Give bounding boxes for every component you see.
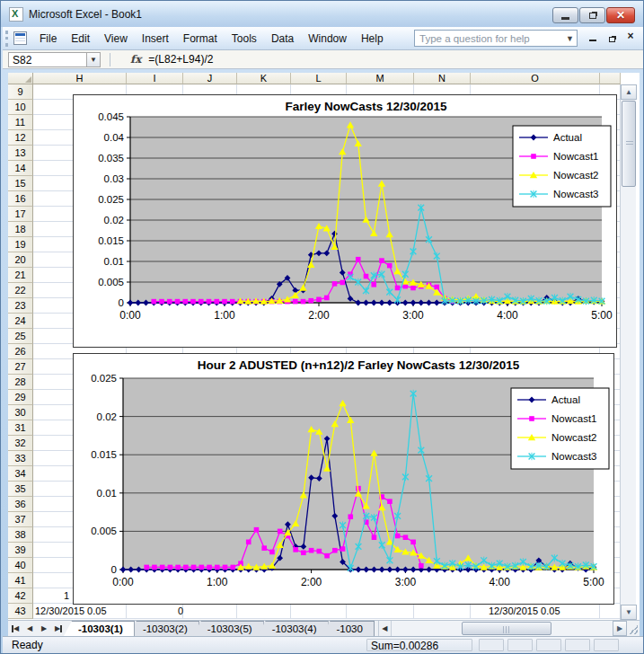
restore-button[interactable]: [579, 7, 605, 23]
workbook-minimize-button[interactable]: [587, 31, 598, 42]
column-header-K[interactable]: K: [237, 73, 291, 84]
row-header-21[interactable]: 21: [8, 268, 33, 283]
horizontal-scrollbar[interactable]: [391, 621, 613, 636]
menu-data[interactable]: Data: [264, 29, 301, 49]
tab-split-handle[interactable]: ◀: [378, 621, 391, 636]
first-sheet-button[interactable]: ◀: [8, 621, 22, 636]
next-sheet-button[interactable]: ▶: [37, 621, 51, 636]
formula-input[interactable]: =(L82+L94)/2: [148, 53, 213, 66]
row-header-32[interactable]: 32: [8, 436, 33, 451]
row-header-27[interactable]: 27: [8, 359, 33, 375]
cell-I43[interactable]: 0: [127, 604, 183, 619]
menu-window[interactable]: Window: [301, 29, 354, 49]
column-header-M[interactable]: M: [347, 73, 414, 84]
row-header-11[interactable]: 11: [8, 115, 33, 130]
svg-text:0.035: 0.035: [98, 153, 124, 164]
row-header-36[interactable]: 36: [8, 497, 33, 512]
row-header-15[interactable]: 15: [8, 176, 33, 191]
row-header-34[interactable]: 34: [8, 466, 33, 482]
menu-help[interactable]: Help: [354, 29, 391, 49]
name-box-dropdown[interactable]: ▼: [87, 52, 101, 67]
row-header-30[interactable]: 30: [8, 405, 33, 420]
row-header-22[interactable]: 22: [8, 283, 33, 298]
sheet-tab--103035[interactable]: -10303(5): [193, 621, 264, 636]
chevron-down-icon[interactable]: ▼: [563, 34, 577, 43]
row-header-18[interactable]: 18: [8, 222, 33, 237]
row-header-23[interactable]: 23: [8, 298, 33, 314]
sheet-tab--1030[interactable]: -1030: [322, 621, 375, 636]
column-header-O[interactable]: O: [471, 73, 600, 84]
sheet-tab--103034[interactable]: -10303(4): [258, 621, 329, 636]
row-header-39[interactable]: 39: [8, 543, 33, 558]
status-segment: [507, 639, 533, 651]
select-all-corner[interactable]: [8, 73, 33, 84]
last-sheet-button[interactable]: ▶: [51, 621, 66, 636]
vertical-scrollbar[interactable]: ▲ ▼: [620, 84, 636, 620]
prev-sheet-button[interactable]: ◀: [22, 621, 37, 636]
scroll-up-icon[interactable]: ▲: [621, 84, 637, 100]
menu-view[interactable]: View: [97, 29, 135, 49]
row-header-24[interactable]: 24: [8, 314, 33, 329]
row-header-31[interactable]: 31: [8, 420, 33, 436]
row-header-33[interactable]: 33: [8, 451, 33, 466]
resize-grip[interactable]: [627, 621, 640, 636]
x-tick-label: 0:00: [119, 309, 141, 322]
sheet-tab--103031[interactable]: -10303(1): [64, 621, 135, 636]
row-header-35[interactable]: 35: [8, 482, 33, 497]
row-header-40[interactable]: 40: [8, 558, 33, 573]
row-header-16[interactable]: 16: [8, 191, 33, 207]
cell-O43[interactable]: 12/30/2015 0.05: [489, 604, 618, 619]
excel-window: Microsoft Excel - Book1 ✕ FileEditViewIn…: [0, 0, 644, 654]
menu-format[interactable]: Format: [176, 29, 225, 49]
chart-hour2-adjusted[interactable]: 00.0050.010.0150.020.0250:001:002:003:00…: [73, 353, 614, 605]
row-header-43[interactable]: 43: [8, 604, 33, 619]
workbook-close-button[interactable]: ×: [625, 31, 636, 42]
minimize-button[interactable]: [552, 7, 578, 23]
chart-title: Hour 2 ADUSTED (n+n12)/2 Farley NowCasts…: [198, 358, 520, 372]
row-header-28[interactable]: 28: [8, 375, 33, 390]
menu-insert[interactable]: Insert: [135, 29, 176, 49]
vertical-scroll-thumb[interactable]: [622, 101, 636, 187]
menu-tools[interactable]: Tools: [225, 29, 264, 49]
row-header-37[interactable]: 37: [8, 512, 33, 527]
row-header-26[interactable]: 26: [8, 344, 33, 359]
menu-file[interactable]: File: [32, 29, 64, 49]
name-box[interactable]: S82: [8, 52, 87, 67]
row-header-42[interactable]: 42: [8, 588, 33, 604]
close-button[interactable]: ✕: [606, 7, 635, 23]
worksheet-menu-icon[interactable]: [13, 31, 27, 45]
column-header-J[interactable]: J: [183, 73, 237, 84]
column-header-partial[interactable]: [600, 73, 621, 84]
svg-text:0.045: 0.045: [98, 111, 124, 122]
row-header-41[interactable]: 41: [8, 573, 33, 588]
toolbar-grip[interactable]: [5, 31, 10, 47]
row-header-12[interactable]: 12: [8, 130, 33, 146]
chart-farley-nowcasts[interactable]: 00.0050.010.0150.020.0250.030.0350.040.0…: [73, 94, 617, 348]
status-sum: Sum=0.00286: [366, 639, 472, 651]
row-header-38[interactable]: 38: [8, 527, 33, 543]
column-header-L[interactable]: L: [291, 73, 347, 84]
row-header-14[interactable]: 14: [8, 161, 33, 176]
scroll-down-icon[interactable]: ▼: [621, 605, 637, 620]
row-header-17[interactable]: 17: [8, 207, 33, 222]
cell-H43[interactable]: 12/30/2015 0.05: [35, 604, 128, 619]
fx-icon[interactable]: fx: [130, 53, 141, 66]
workbook-restore-button[interactable]: [606, 31, 617, 42]
row-header-25[interactable]: 25: [8, 329, 33, 344]
row-header-9[interactable]: 9: [8, 84, 33, 100]
sheet-tab--103032[interactable]: -10303(2): [128, 621, 199, 636]
row-header-13[interactable]: 13: [8, 146, 33, 161]
column-header-H[interactable]: H: [33, 73, 127, 84]
menu-edit[interactable]: Edit: [64, 29, 97, 49]
row-header-19[interactable]: 19: [8, 237, 33, 252]
row-header-10[interactable]: 10: [8, 100, 33, 115]
help-search-box[interactable]: Type a question for help ▼: [414, 30, 578, 47]
scroll-right-icon[interactable]: ▶: [613, 621, 627, 636]
cell-H42[interactable]: 1: [33, 588, 69, 604]
column-header-N[interactable]: N: [414, 73, 471, 84]
x-tick-label: 4:00: [490, 576, 511, 588]
horizontal-scroll-thumb[interactable]: [462, 622, 551, 635]
row-header-20[interactable]: 20: [8, 252, 33, 268]
column-header-I[interactable]: I: [127, 73, 183, 84]
row-header-29[interactable]: 29: [8, 390, 33, 405]
